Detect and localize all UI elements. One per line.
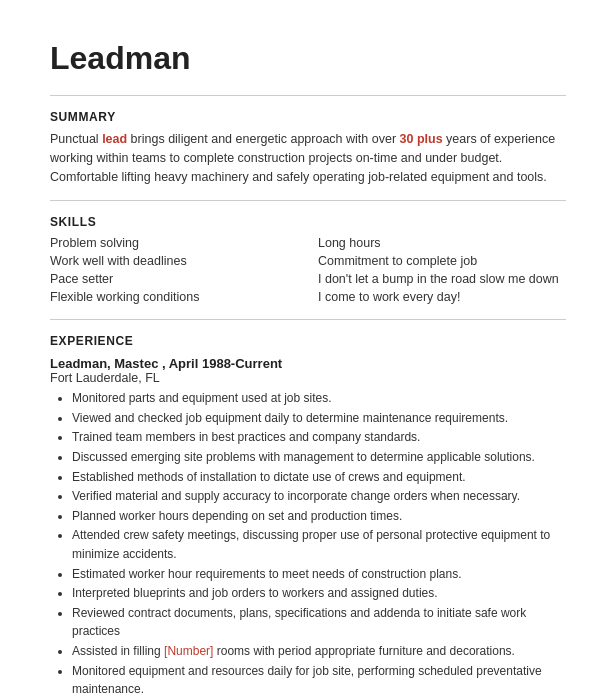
job-location: Fort Lauderdale, FL — [50, 371, 566, 385]
list-item: Trained team members in best practices a… — [72, 428, 566, 447]
summary-lead-word: lead — [102, 132, 127, 146]
placeholder-number: [Number] — [164, 644, 213, 658]
list-item: Established methods of installation to d… — [72, 468, 566, 487]
list-item: Assisted in filling [Number] rooms with … — [72, 642, 566, 661]
list-item: Monitored equipment and resources daily … — [72, 662, 566, 699]
list-item: Planned worker hours depending on set an… — [72, 507, 566, 526]
skill-item: Work well with deadlines — [50, 253, 298, 269]
skill-item: Pace setter — [50, 271, 298, 287]
experience-divider — [50, 319, 566, 320]
experience-bullets: Monitored parts and equipment used at jo… — [50, 389, 566, 700]
skills-grid: Problem solving Long hours Work well wit… — [50, 235, 566, 305]
list-item: Monitored parts and equipment used at jo… — [72, 389, 566, 408]
skill-item: Long hours — [318, 235, 566, 251]
summary-text-before: Punctual — [50, 132, 102, 146]
page-title: Leadman — [50, 40, 566, 77]
job-title: Leadman, Mastec , April 1988-Current — [50, 356, 566, 371]
list-item: Discussed emerging site problems with ma… — [72, 448, 566, 467]
list-item: Interpreted blueprints and job orders to… — [72, 584, 566, 603]
skill-item: Problem solving — [50, 235, 298, 251]
skill-item: I don't let a bump in the road slow me d… — [318, 271, 566, 287]
list-item: Viewed and checked job equipment daily t… — [72, 409, 566, 428]
experience-header: EXPERIENCE — [50, 334, 566, 348]
list-item: Reviewed contract documents, plans, spec… — [72, 604, 566, 641]
skills-divider — [50, 200, 566, 201]
summary-text-middle: brings diligent and energetic approach w… — [127, 132, 399, 146]
summary-header: SUMMARY — [50, 110, 566, 124]
list-item: Verified material and supply accuracy to… — [72, 487, 566, 506]
summary-divider — [50, 95, 566, 96]
list-item: Attended crew safety meetings, discussin… — [72, 526, 566, 563]
summary-paragraph: Punctual lead brings diligent and energe… — [50, 130, 566, 186]
list-item: Estimated worker hour requirements to me… — [72, 565, 566, 584]
skill-item: Flexible working conditions — [50, 289, 298, 305]
skills-header: SKILLS — [50, 215, 566, 229]
summary-highlight: 30 plus — [400, 132, 443, 146]
skill-item: Commitment to complete job — [318, 253, 566, 269]
resume-page: Leadman SUMMARY Punctual lead brings dil… — [0, 0, 616, 700]
skill-item: I come to work every day! — [318, 289, 566, 305]
